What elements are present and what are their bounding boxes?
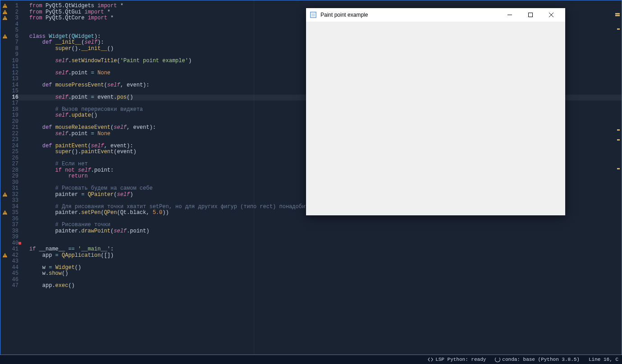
line-number: 8: [9, 46, 18, 52]
code-line[interactable]: [18, 259, 622, 265]
line-number: 9: [9, 52, 18, 58]
line-number: 42: [9, 253, 18, 259]
marker-strip[interactable]: [613, 0, 620, 355]
line-number: 1: [9, 3, 18, 9]
line-number: 35: [9, 210, 18, 216]
code-line[interactable]: painter.drawPoint(self.point): [18, 228, 622, 235]
svg-rect-15: [312, 14, 315, 17]
line-number: 17: [9, 100, 18, 107]
line-number: 32: [9, 192, 18, 198]
line-number: 5: [9, 27, 18, 34]
line-number: 11: [9, 64, 18, 70]
code-line[interactable]: w = Widget(): [18, 265, 622, 271]
close-button[interactable]: [541, 8, 562, 22]
window-controls: [499, 8, 562, 22]
line-number: 36: [9, 216, 18, 223]
warning-icon[interactable]: [2, 253, 8, 258]
warning-icon[interactable]: [2, 15, 8, 21]
line-number: 22: [9, 131, 18, 137]
spinner-icon: [495, 357, 500, 362]
line-number: 47: [9, 283, 18, 289]
cursor-position[interactable]: Line 16, C: [589, 357, 618, 362]
pyqt-app-window[interactable]: Paint point example: [306, 8, 565, 215]
warning-icon[interactable]: [2, 3, 8, 9]
line-number: 43: [9, 259, 18, 265]
lsp-status[interactable]: LSP Python: ready: [427, 356, 486, 363]
code-line[interactable]: [18, 234, 622, 241]
svg-rect-11: [5, 214, 5, 214]
line-number: 39: [9, 234, 18, 241]
svg-rect-12: [5, 255, 5, 256]
line-number: 13: [9, 76, 18, 82]
svg-rect-3: [5, 13, 5, 14]
window-title-bar[interactable]: Paint point example: [306, 8, 565, 22]
conda-status[interactable]: conda: base (Python 3.8.5): [495, 357, 580, 362]
line-number: 46: [9, 277, 18, 283]
code-line[interactable]: [18, 216, 622, 223]
line-number: 15: [9, 88, 18, 95]
line-number: 41: [9, 246, 18, 253]
line-number: 23: [9, 137, 18, 143]
line-number: 20: [9, 119, 18, 125]
minimap-marker[interactable]: [615, 15, 620, 16]
line-number: 10: [9, 58, 18, 64]
line-number: 6: [9, 34, 18, 40]
code-line[interactable]: w.show(): [18, 271, 622, 277]
svg-rect-7: [5, 37, 5, 38]
line-number: 19: [9, 113, 18, 119]
svg-rect-0: [5, 5, 5, 6]
warning-icon[interactable]: [2, 210, 8, 215]
code-line[interactable]: [18, 277, 622, 283]
svg-rect-9: [5, 196, 5, 196]
line-number: 33: [9, 198, 18, 204]
svg-rect-4: [5, 17, 5, 18]
line-number: 26: [9, 155, 18, 162]
line-number: 25: [9, 149, 18, 155]
minimap-marker[interactable]: [617, 139, 620, 141]
line-number: 14: [9, 82, 18, 89]
minimap-marker[interactable]: [617, 129, 620, 131]
line-number: 16: [9, 95, 18, 101]
svg-rect-5: [5, 19, 5, 19]
minimap-marker[interactable]: [615, 13, 620, 14]
code-line[interactable]: app.exec(): [18, 283, 622, 289]
code-line[interactable]: if __name__ == '__main__':: [18, 246, 622, 253]
svg-rect-6: [5, 36, 5, 37]
line-number: 40: [9, 241, 18, 247]
line-number: 28: [9, 168, 18, 174]
line-number: 44: [9, 265, 18, 271]
warning-icon[interactable]: [2, 9, 8, 15]
line-number: 3: [9, 15, 18, 22]
line-number: 38: [9, 228, 18, 235]
warning-icon[interactable]: [2, 192, 8, 197]
status-bar: LSP Python: ready conda: base (Python 3.…: [0, 355, 622, 364]
svg-rect-1: [5, 7, 5, 7]
svg-rect-13: [5, 256, 5, 257]
warning-icon[interactable]: [2, 34, 8, 39]
line-number: 30: [9, 180, 18, 186]
line-number: 2: [9, 9, 18, 16]
svg-rect-10: [5, 212, 5, 213]
wrap-guide: [254, 0, 254, 355]
line-number: 21: [9, 125, 18, 131]
window-title: Paint point example: [320, 12, 499, 18]
app-icon: [310, 11, 317, 18]
svg-rect-17: [529, 13, 533, 17]
line-number: 12: [9, 70, 18, 77]
eol-whitespace-marker: [18, 242, 21, 245]
line-number: 27: [9, 161, 18, 168]
app-canvas[interactable]: [306, 22, 565, 215]
code-line[interactable]: # Рисование точки: [18, 222, 622, 228]
minimap-marker[interactable]: [617, 168, 620, 169]
code-line[interactable]: [18, 241, 622, 247]
line-number: 45: [9, 271, 18, 277]
code-line[interactable]: app = QApplication([]): [18, 253, 622, 259]
line-number: 34: [9, 204, 18, 210]
maximize-button[interactable]: [520, 8, 541, 22]
line-number: 29: [9, 173, 18, 180]
svg-rect-8: [5, 194, 5, 195]
line-number: 31: [9, 186, 18, 192]
minimize-button[interactable]: [499, 8, 520, 22]
line-number: 37: [9, 222, 18, 228]
minimap-marker[interactable]: [617, 28, 620, 30]
